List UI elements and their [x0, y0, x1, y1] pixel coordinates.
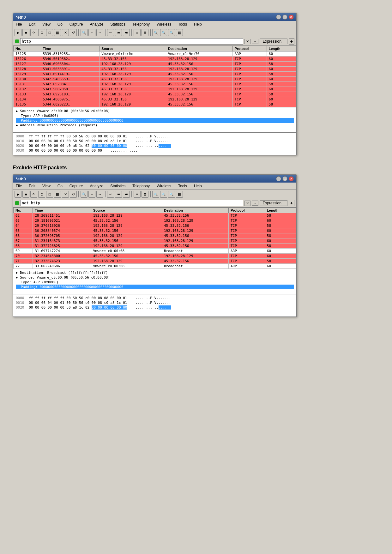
coloring-btn[interactable]: ≡ [134, 29, 141, 36]
close-button-2[interactable]: ✕ [289, 176, 294, 181]
stop-capture-btn[interactable]: ■ [22, 29, 29, 36]
menu-capture-2[interactable]: Capture [68, 183, 84, 189]
table-row[interactable]: 151325343.5002050…45.33.32.156192.168.28… [14, 87, 296, 92]
plus-btn-2[interactable]: + [289, 200, 294, 206]
forward-btn[interactable]: → [96, 29, 103, 36]
menu-file-2[interactable]: File [15, 183, 23, 189]
filter-input-2[interactable] [20, 200, 243, 206]
grid-btn[interactable]: ▦ [176, 29, 183, 36]
table-row[interactable]: 6530.20884057445.33.32.156192.168.28.129… [14, 228, 296, 233]
table-row[interactable]: 6228.369811451192.168.28.12945.33.32.156… [14, 213, 296, 218]
restart-btn[interactable]: ⟳ [30, 29, 37, 36]
save-btn-2[interactable]: □ [46, 191, 53, 198]
zoom-out-btn-2[interactable]: 🔍 [160, 191, 167, 198]
back-btn[interactable]: ← [88, 29, 95, 36]
menu-help-2[interactable]: Help [193, 183, 203, 189]
col-proto-2[interactable]: Protocol [228, 208, 265, 213]
back-btn-2[interactable]: ← [88, 191, 95, 198]
zoom-in-btn-2[interactable]: 🔍 [152, 191, 159, 198]
table-row[interactable]: 6731.23416437345.33.32.156192.168.28.129… [14, 238, 296, 244]
table-row[interactable]: 6429.370818926192.168.28.12945.33.32.156… [14, 223, 296, 228]
find-btn[interactable]: 🔍 [81, 29, 87, 36]
table-row[interactable]: 7233.062240686Vmware_c0:00:08BroadcastAR… [14, 264, 296, 269]
reload-btn-2[interactable]: ✕ [62, 191, 69, 198]
menu-wireless-1[interactable]: Wireless [155, 21, 172, 27]
menu-help-1[interactable]: Help [193, 21, 203, 27]
zoom-reset-btn-2[interactable]: 🔍 [168, 191, 175, 198]
table-row[interactable]: 151255339.8310255…Vmware_e0:fd:0cVmware_… [14, 51, 296, 57]
table-row[interactable]: 6931.697747274Vmware_c0:00:08BroadcastAR… [14, 249, 296, 254]
col-len-1[interactable]: Length [267, 46, 296, 51]
find-btn-2[interactable]: 🔍 [81, 191, 87, 198]
menu-telephony-1[interactable]: Telephony [131, 21, 151, 27]
table-row[interactable]: 6630.372095705192.168.28.12945.33.32.156… [14, 233, 296, 238]
filter-arrow-btn-2[interactable]: → [252, 201, 258, 206]
print-btn-2[interactable]: ↺ [70, 191, 77, 198]
packet-list-container-2[interactable]: No. Time Source Destination Protocol Len… [13, 208, 296, 269]
menu-edit-2[interactable]: Edit [27, 183, 37, 189]
menu-edit-1[interactable]: Edit [27, 21, 37, 27]
col-dest-1[interactable]: Destination [166, 46, 233, 51]
menu-file-1[interactable]: File [15, 21, 23, 27]
menu-tools-2[interactable]: Tools [177, 183, 188, 189]
filter-x-btn-2[interactable]: ✕ [244, 201, 250, 206]
forward-btn-2[interactable]: → [96, 191, 103, 198]
save-btn[interactable]: □ [46, 29, 53, 36]
table-row[interactable]: 151295341.6914419…192.168.28.12945.33.32… [14, 72, 296, 77]
packet-list-container-1[interactable]: No. Time Source Destination Protocol Len… [13, 46, 296, 107]
menu-wireless-2[interactable]: Wireless [155, 183, 172, 189]
coloring2-btn[interactable]: ≣ [142, 29, 148, 36]
table-row[interactable]: 151265340.5019582…45.33.32.156192.168.28… [14, 57, 296, 62]
plus-btn-1[interactable]: + [289, 38, 294, 45]
close-file-btn-2[interactable]: ▦ [54, 191, 61, 198]
table-row[interactable]: 7132.373674623192.168.28.12945.33.32.156… [14, 259, 296, 264]
col-dest-2[interactable]: Destination [162, 208, 228, 213]
first-btn[interactable]: ⏮ [115, 29, 122, 36]
menu-analyze-1[interactable]: Analyze [89, 21, 105, 27]
start-capture-btn-2[interactable]: ▶ [15, 191, 21, 198]
first-btn-2[interactable]: ⏮ [115, 191, 122, 198]
table-row[interactable]: 151275340.6906504…192.168.28.12945.33.32… [14, 62, 296, 67]
last-btn[interactable]: ⏭ [123, 29, 130, 36]
zoom-reset-btn[interactable]: 🔍 [168, 29, 175, 36]
detail-line-1-3[interactable]: Padding: 0000000000000000000000000000000… [16, 118, 294, 123]
reload-btn[interactable]: ✕ [62, 29, 69, 36]
close-button-1[interactable]: ✕ [289, 15, 294, 20]
open-btn-2[interactable]: ⊙ [38, 191, 45, 198]
col-no-1[interactable]: No. [14, 46, 41, 51]
menu-statistics-2[interactable]: Statistics [109, 183, 127, 189]
stop-capture-btn-2[interactable]: ■ [22, 191, 29, 198]
col-len-2[interactable]: Length [265, 208, 296, 213]
filter-arrow-btn-1[interactable]: → [252, 39, 258, 44]
maximize-button-1[interactable]: □ [282, 15, 287, 20]
minimize-button-1[interactable]: ─ [276, 15, 281, 20]
col-no-2[interactable]: No. [14, 208, 33, 213]
filter-input-1[interactable] [20, 38, 243, 45]
col-source-1[interactable]: Source [100, 46, 166, 51]
col-time-2[interactable]: Time [33, 208, 91, 213]
minimize-button-2[interactable]: ─ [276, 176, 281, 181]
col-proto-1[interactable]: Protocol [232, 46, 267, 51]
grid-btn-2[interactable]: ▦ [176, 191, 183, 198]
open-btn[interactable]: ⊙ [38, 29, 45, 36]
menu-go-2[interactable]: Go [56, 183, 64, 189]
menu-telephony-2[interactable]: Telephony [131, 183, 151, 189]
print-btn[interactable]: ↺ [70, 29, 77, 36]
detail-line-2-4[interactable]: Padding: 0000000000000000000000000000000… [16, 285, 294, 289]
goto-btn-2[interactable]: ↩ [107, 191, 114, 198]
menu-view-2[interactable]: View [41, 183, 52, 189]
table-row[interactable]: 7032.23404530045.33.32.156192.168.28.129… [14, 254, 296, 259]
expression-btn-2[interactable]: Expression... [260, 200, 287, 206]
table-row[interactable]: 151355344.6020223…192.168.28.12945.33.32… [14, 102, 296, 107]
table-row[interactable]: 6831.372726825192.168.28.12945.33.32.156… [14, 244, 296, 249]
last-btn-2[interactable]: ⏭ [123, 191, 130, 198]
goto-btn[interactable]: ↩ [107, 29, 114, 36]
restart-btn-2[interactable]: ⟳ [30, 191, 37, 198]
table-row[interactable]: 151285341.5033391…45.33.32.156192.168.28… [14, 67, 296, 72]
coloring2-btn-2[interactable]: ≣ [142, 191, 148, 198]
expression-btn-1[interactable]: Expression... [260, 39, 287, 44]
table-row[interactable]: 151335343.6925193…192.168.28.12945.33.32… [14, 92, 296, 97]
menu-capture-1[interactable]: Capture [68, 21, 84, 27]
table-row[interactable]: 6329.18169302145.33.32.156192.168.28.129… [14, 218, 296, 223]
menu-statistics-1[interactable]: Statistics [109, 21, 127, 27]
